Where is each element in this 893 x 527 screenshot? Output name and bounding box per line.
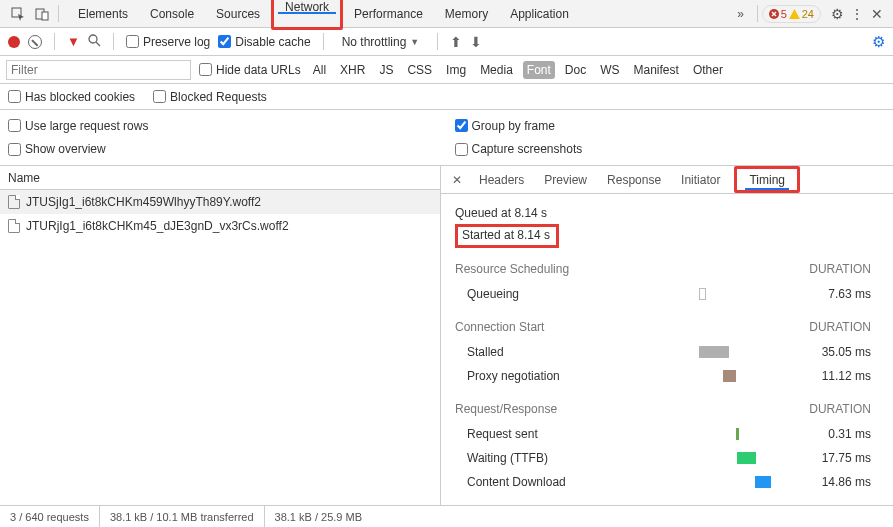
search-icon[interactable] — [88, 34, 101, 50]
tab-sources[interactable]: Sources — [205, 0, 271, 27]
timing-bar — [699, 346, 730, 358]
type-filter-font[interactable]: Font — [523, 61, 555, 79]
timing-section-title: Request/Response — [455, 402, 557, 416]
status-bar: 3 / 640 requests 38.1 kB / 10.1 MB trans… — [0, 505, 893, 527]
filter-toggle-icon[interactable]: ▼ — [67, 34, 80, 49]
queued-at-text: Queued at 8.14 s — [455, 204, 871, 222]
request-name: JTURjIg1_i6t8kCHKm45_dJE3gnD_vx3rCs.woff… — [26, 219, 289, 233]
type-filter-css[interactable]: CSS — [403, 61, 436, 79]
disable-cache-checkbox[interactable]: Disable cache — [218, 35, 310, 49]
kebab-menu-icon[interactable]: ⋮ — [847, 6, 867, 22]
status-requests: 3 / 640 requests — [0, 506, 100, 527]
timing-value: 11.12 ms — [795, 369, 871, 383]
detail-tab-preview[interactable]: Preview — [534, 166, 597, 193]
type-filter-xhr[interactable]: XHR — [336, 61, 369, 79]
group-by-frame-checkbox[interactable]: Group by frame — [455, 119, 886, 133]
timing-bar — [737, 452, 756, 464]
timing-label: Request sent — [455, 427, 605, 441]
status-transfer: 38.1 kB / 10.1 MB transferred — [100, 506, 265, 527]
type-filter-other[interactable]: Other — [689, 61, 727, 79]
upload-har-icon[interactable]: ⬆ — [450, 34, 462, 50]
timing-row: Stalled35.05 ms — [455, 340, 871, 364]
started-at-text: Started at 8.14 s — [462, 226, 550, 244]
request-row[interactable]: JTUSjIg1_i6t8kCHKm459WlhyyTh89Y.woff2 — [0, 190, 440, 214]
request-name: JTUSjIg1_i6t8kCHKm459WlhyyTh89Y.woff2 — [26, 195, 261, 209]
tab-network[interactable]: Network — [274, 0, 340, 14]
file-icon — [8, 195, 20, 209]
timing-tab-highlight: Timing — [734, 166, 800, 193]
has-blocked-cookies-checkbox[interactable]: Has blocked cookies — [8, 90, 135, 104]
type-filter-ws[interactable]: WS — [596, 61, 623, 79]
timing-bar — [755, 476, 772, 488]
detail-tab-timing[interactable]: Timing — [739, 169, 795, 190]
issues-badge[interactable]: 5 24 — [762, 5, 821, 23]
timing-label: Queueing — [455, 287, 605, 301]
error-count: 5 — [781, 8, 787, 20]
detail-tab-headers[interactable]: Headers — [469, 166, 534, 193]
timing-section-title: Resource Scheduling — [455, 262, 569, 276]
name-column-header[interactable]: Name — [0, 166, 440, 190]
show-overview-checkbox[interactable]: Show overview — [8, 142, 439, 156]
type-filter-manifest[interactable]: Manifest — [630, 61, 683, 79]
started-highlight: Started at 8.14 s — [455, 224, 559, 248]
timing-label: Proxy negotiation — [455, 369, 605, 383]
caret-down-icon: ▼ — [410, 37, 419, 47]
timing-value: 7.63 ms — [795, 287, 871, 301]
timing-row: Request sent0.31 ms — [455, 422, 871, 446]
large-rows-checkbox[interactable]: Use large request rows — [8, 119, 439, 133]
preserve-log-checkbox[interactable]: Preserve log — [126, 35, 210, 49]
more-tabs-icon[interactable]: » — [729, 2, 753, 26]
timing-row: Proxy negotiation11.12 ms — [455, 364, 871, 388]
settings-gear-icon[interactable]: ⚙ — [827, 6, 847, 22]
type-filter-media[interactable]: Media — [476, 61, 517, 79]
type-filter-all[interactable]: All — [309, 61, 330, 79]
timing-bar — [699, 288, 707, 300]
file-icon — [8, 219, 20, 233]
type-filter-js[interactable]: JS — [375, 61, 397, 79]
timing-value: 14.86 ms — [795, 475, 871, 489]
type-filter-doc[interactable]: Doc — [561, 61, 590, 79]
tab-console[interactable]: Console — [139, 0, 205, 27]
capture-screenshots-checkbox[interactable]: Capture screenshots — [455, 142, 886, 156]
detail-tab-response[interactable]: Response — [597, 166, 671, 193]
tab-network-highlight: Network — [271, 0, 343, 30]
close-detail-icon[interactable]: ✕ — [447, 173, 467, 187]
blocked-requests-checkbox[interactable]: Blocked Requests — [153, 90, 267, 104]
timing-value: 17.75 ms — [795, 451, 871, 465]
timing-section-title: Connection Start — [455, 320, 544, 334]
timing-label: Waiting (TTFB) — [455, 451, 605, 465]
svg-point-4 — [89, 35, 97, 43]
device-toggle-icon[interactable] — [30, 2, 54, 26]
hide-data-urls-checkbox[interactable]: Hide data URLs — [199, 63, 301, 77]
duration-header: DURATION — [809, 262, 871, 276]
timing-bar — [736, 428, 739, 440]
download-har-icon[interactable]: ⬇ — [470, 34, 482, 50]
timing-label: Stalled — [455, 345, 605, 359]
timing-bar — [723, 370, 736, 382]
tab-application[interactable]: Application — [499, 0, 580, 27]
throttling-select[interactable]: No throttling▼ — [336, 35, 426, 49]
close-devtools-icon[interactable]: ✕ — [867, 6, 887, 22]
network-settings-gear-icon[interactable]: ⚙ — [872, 33, 885, 51]
type-filter-img[interactable]: Img — [442, 61, 470, 79]
timing-label: Content Download — [455, 475, 605, 489]
request-row[interactable]: JTURjIg1_i6t8kCHKm45_dJE3gnD_vx3rCs.woff… — [0, 214, 440, 238]
record-button[interactable] — [8, 36, 20, 48]
status-resources: 38.1 kB / 25.9 MB — [265, 506, 372, 527]
tab-elements[interactable]: Elements — [67, 0, 139, 27]
tab-performance[interactable]: Performance — [343, 0, 434, 27]
clear-button[interactable] — [28, 35, 42, 49]
duration-header: DURATION — [809, 402, 871, 416]
svg-rect-2 — [42, 12, 48, 20]
timing-value: 35.05 ms — [795, 345, 871, 359]
detail-tab-initiator[interactable]: Initiator — [671, 166, 730, 193]
duration-header: DURATION — [809, 320, 871, 334]
filter-input[interactable] — [6, 60, 191, 80]
timing-row: Waiting (TTFB)17.75 ms — [455, 446, 871, 470]
svg-line-5 — [96, 42, 100, 46]
inspect-icon[interactable] — [6, 2, 30, 26]
timing-value: 0.31 ms — [795, 427, 871, 441]
tab-memory[interactable]: Memory — [434, 0, 499, 27]
timing-row: Queueing7.63 ms — [455, 282, 871, 306]
timing-row: Content Download14.86 ms — [455, 470, 871, 494]
